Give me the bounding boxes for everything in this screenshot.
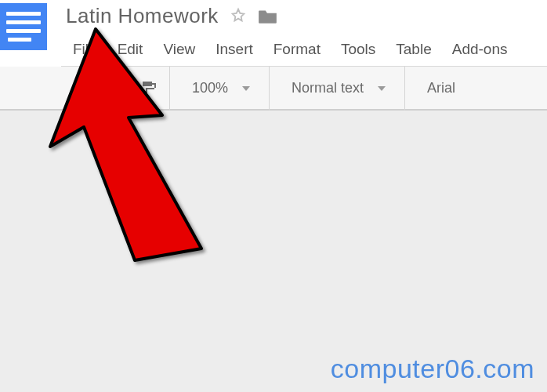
move-to-folder-icon[interactable] bbox=[258, 7, 278, 24]
menu-format[interactable]: Format bbox=[263, 38, 331, 61]
paint-format-icon bbox=[139, 79, 158, 98]
menu-edit[interactable]: Edit bbox=[107, 38, 154, 61]
app-logo-area bbox=[0, 0, 61, 67]
title-row: Latin Homework bbox=[61, 2, 547, 30]
paragraph-style-value: Normal text bbox=[292, 80, 364, 96]
menu-addons[interactable]: Add-ons bbox=[442, 38, 518, 61]
watermark-text: computer06.com bbox=[331, 354, 534, 384]
menu-bar: File Edit View Insert Format Tools Table… bbox=[61, 38, 547, 61]
toolbar-separator bbox=[404, 67, 405, 111]
toolbar: 100% Normal text Arial bbox=[0, 67, 547, 111]
menu-view[interactable]: View bbox=[153, 38, 205, 61]
zoom-dropdown[interactable]: 100% bbox=[175, 67, 264, 111]
menu-insert[interactable]: Insert bbox=[205, 38, 263, 61]
chevron-down-icon bbox=[242, 86, 250, 91]
document-title[interactable]: Latin Homework bbox=[66, 4, 219, 28]
chevron-down-icon bbox=[378, 86, 386, 91]
menu-file[interactable]: File bbox=[63, 38, 107, 61]
docs-logo-icon[interactable] bbox=[0, 3, 47, 50]
paint-format-button[interactable] bbox=[132, 67, 165, 111]
star-icon[interactable] bbox=[230, 7, 247, 24]
toolbar-separator bbox=[269, 67, 270, 111]
print-button[interactable] bbox=[66, 67, 99, 111]
font-value: Arial bbox=[427, 80, 455, 96]
menu-tools[interactable]: Tools bbox=[331, 38, 386, 61]
zoom-value: 100% bbox=[192, 80, 228, 96]
print-icon bbox=[73, 79, 92, 98]
header: Latin Homework File Edit View Insert For… bbox=[0, 0, 547, 67]
menu-table[interactable]: Table bbox=[386, 38, 441, 61]
paragraph-style-dropdown[interactable]: Normal text bbox=[274, 67, 400, 111]
toolbar-separator bbox=[169, 67, 170, 111]
header-content: Latin Homework File Edit View Insert For… bbox=[61, 0, 547, 66]
font-dropdown[interactable]: Arial bbox=[410, 67, 469, 111]
